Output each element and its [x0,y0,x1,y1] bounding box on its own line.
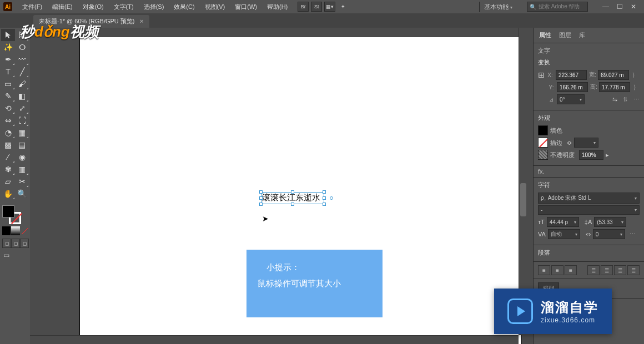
rectangle-tool[interactable]: ▭ [1,78,15,90]
canvas-area[interactable]: 滚滚长江东逝水 ➤ 小提示： 鼠标操作可调节其大小 [30,28,527,344]
link-wh-icon2[interactable]: ⟩ [632,84,637,91]
minimize-button[interactable]: — [602,3,609,11]
stock-icon[interactable]: St [311,2,322,12]
blend-tool[interactable]: ◉ [15,151,29,163]
shape-builder-tool[interactable]: ◔ [1,127,15,139]
curvature-tool[interactable]: 〰 [15,53,29,65]
none-mode-icon[interactable] [21,226,29,235]
tab-close-icon[interactable]: ✕ [139,18,144,24]
magic-wand-tool[interactable]: ✨ [1,41,15,53]
scale-tool[interactable]: ⤢ [15,102,29,114]
menu-file[interactable]: 文件(F) [22,3,42,11]
kerning-input[interactable]: 自动▾ [548,229,580,239]
resize-handle[interactable] [323,203,326,206]
draw-behind-icon[interactable]: ◻ [11,239,20,248]
workspace-switcher[interactable]: 基本功能 ▾ [479,2,517,12]
menu-type[interactable]: 文字(T) [114,3,134,11]
justify-center-button[interactable]: ≣ [601,265,613,275]
close-button[interactable]: ✕ [631,3,636,11]
column-graph-tool[interactable]: ▥ [15,163,29,175]
menu-effect[interactable]: 效果(C) [174,3,194,11]
draw-normal-icon[interactable]: ◻ [2,239,11,248]
color-mode-icon[interactable] [2,226,11,235]
align-right-button[interactable]: ≡ [565,265,577,275]
opacity-slider-icon[interactable]: ▸ [606,151,609,159]
draw-inside-icon[interactable]: ◻ [20,239,29,248]
horizontal-scrollbar[interactable] [30,335,519,344]
opacity-swatch-icon [538,150,548,160]
slice-tool[interactable]: ✂ [15,175,29,188]
justify-left-button[interactable]: ≣ [587,265,600,275]
type-tool[interactable]: T [1,65,15,78]
menu-window[interactable]: 窗口(W) [235,3,257,11]
menu-object[interactable]: 对象(O) [83,3,104,11]
lasso-tool[interactable]: ⵔ [15,41,29,53]
perspective-grid-tool[interactable]: ▦ [15,127,29,139]
stroke-stepper-icon[interactable]: ≎ [567,139,572,146]
leading-input[interactable]: (53.33▾ [594,217,626,227]
align-left-button[interactable]: ≡ [538,265,550,275]
selection-tool[interactable] [1,29,15,41]
flip-v-icon[interactable]: ⥮ [623,96,628,103]
justify-all-button[interactable]: ≣ [627,265,640,275]
resize-handle[interactable] [323,196,326,200]
mesh-tool[interactable]: ▩ [1,139,15,151]
eyedropper-tool[interactable]: ⁄ [1,151,15,163]
link-wh-icon[interactable]: ⟩ [631,72,636,79]
opacity-input[interactable]: 100% [579,150,603,160]
bridge-icon[interactable]: Br [298,2,309,12]
line-tool[interactable]: ╱ [15,65,29,78]
width-tool[interactable]: ⇔ [1,114,15,127]
align-center-button[interactable]: ≡ [551,265,564,275]
help-search[interactable]: 🔍 搜索 Adobe 帮助 [527,2,588,12]
font-style-select[interactable]: - ▾ [538,205,640,215]
scrollbar-thumb[interactable] [520,183,526,216]
justify-right-button[interactable]: ≣ [614,265,626,275]
menu-edit[interactable]: 编辑(E) [52,3,73,11]
hand-tool[interactable]: ✋ [1,188,15,200]
w-input[interactable]: 69.027 m [598,70,629,80]
selected-text-object[interactable]: 滚滚长江东逝水 [261,192,324,204]
tab-layers[interactable]: 图层 [559,31,571,39]
fill-stroke-swatch[interactable]: ◻ ◻ ◻ ▭ [1,205,29,259]
symbol-sprayer-tool[interactable]: ✾ [1,163,15,175]
h-input[interactable]: 17.778 m [599,82,630,92]
arrange-docs-icon[interactable]: ▦▾ [324,2,335,12]
resize-handle[interactable] [323,190,326,194]
menu-help[interactable]: 帮助(H) [267,3,288,11]
gradient-mode-icon[interactable] [11,226,19,235]
free-transform-tool[interactable]: ⛶ [15,114,29,127]
menu-view[interactable]: 视图(V) [205,3,225,11]
rotate-input[interactable]: 0°▾ [557,94,585,104]
tools-panel: ✨ⵔ ✒〰 T╱ ▭🖌 ✎◧ ⟲⤢ ⇔⛶ ◔▦ ▩▤ ⁄◉ ✾▥ ▱✂ ✋🔍 ◻… [0,28,30,344]
eraser-tool[interactable]: ◧ [15,90,29,102]
shaper-tool[interactable]: ✎ [1,90,15,102]
stroke-weight-input[interactable]: ▾ [574,138,598,148]
tracking-input[interactable]: 0▾ [593,229,625,239]
fx-row[interactable]: fx. [534,166,644,178]
zoom-tool[interactable]: 🔍 [15,188,29,200]
stroke-swatch[interactable] [538,138,548,148]
rotate-tool[interactable]: ⟲ [1,102,15,114]
tab-libraries[interactable]: 库 [579,31,585,39]
paintbrush-tool[interactable]: 🖌 [15,78,29,90]
fill-swatch[interactable] [538,125,548,135]
gradient-tool[interactable]: ▤ [15,139,29,151]
pen-tool[interactable]: ✒ [1,53,15,65]
more-options-icon[interactable]: ⋯ [630,231,636,238]
y-input[interactable]: 166.26 m [557,82,588,92]
screen-mode-icon[interactable]: ▭ [2,251,29,259]
gpu-icon[interactable]: ✦ [338,2,349,12]
font-family-select[interactable]: ρ˯ Adobe 宋体 Std L ▾ [538,193,640,204]
reference-point-icon[interactable]: ⊞ [538,70,545,79]
tab-properties[interactable]: 属性 [539,31,551,39]
flip-h-icon[interactable]: ⇋ [612,96,617,103]
artboard-tool[interactable]: ▱ [1,175,15,188]
fill-swatch[interactable] [2,205,14,217]
menu-select[interactable]: 选择(S) [144,3,164,11]
x-input[interactable]: 223.367 [556,70,587,80]
more-options-icon[interactable]: ⋯ [633,96,640,103]
text-port-handle[interactable] [330,196,333,200]
font-size-input[interactable]: 44.44 p▾ [547,217,579,227]
maximize-button[interactable]: ☐ [617,3,623,11]
